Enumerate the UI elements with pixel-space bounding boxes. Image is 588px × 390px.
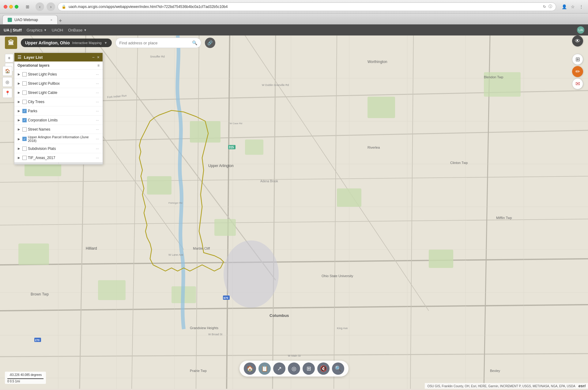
checkbox-tif-areas[interactable] (22, 156, 27, 160)
layer-item-subdivision-plats[interactable]: ▶ Subdivision Plats ··· (14, 144, 103, 153)
new-tab-button[interactable]: + (59, 18, 62, 24)
layer-item-parcel-info[interactable]: ▶ Upper Arlington Parcel Information (Ju… (14, 134, 103, 144)
svg-text:Ohio State University: Ohio State University (322, 274, 353, 278)
contact-button[interactable]: ✉ (572, 78, 583, 89)
user-avatar[interactable]: UA (577, 26, 584, 34)
layer-item-parks[interactable]: ▶ Parks ··· (14, 106, 103, 116)
layer-menu-8[interactable]: ··· (95, 146, 100, 151)
layer-panel-title: Layer List (24, 55, 43, 60)
edit-tool-button[interactable]: ✏ (572, 66, 583, 77)
layer-item-city-trees[interactable]: ▶ City Trees ··· (14, 97, 103, 106)
grid-tool-button[interactable]: ⊞ (303, 362, 315, 375)
layer-menu-7[interactable]: ··· (95, 136, 100, 142)
fullscreen-dot[interactable] (15, 5, 18, 9)
select-tool-button[interactable]: ◎ (288, 362, 300, 375)
layer-menu-9[interactable]: ··· (95, 155, 100, 161)
layer-menu-0[interactable]: ··· (95, 72, 100, 77)
zoom-in-button[interactable]: + (5, 54, 13, 62)
layer-item-street-light-poles[interactable]: ▶ Street Light Poles ··· (14, 70, 103, 79)
share-link-button[interactable]: 🔗 (205, 38, 215, 48)
expand-arrow-6[interactable]: ▶ (17, 128, 21, 131)
checkbox-subdivision-plats[interactable] (22, 147, 27, 151)
expand-arrow-8[interactable]: ▶ (17, 147, 21, 150)
layer-item-corporation-limits[interactable]: ▶ Corporation Limits ··· (14, 116, 103, 125)
map-header: 🏛 Upper Arlington, Ohio Interactive Mapp… (0, 35, 588, 50)
filter-icon[interactable]: ≡ (97, 63, 100, 68)
locate-button[interactable]: ◎ (2, 77, 12, 87)
layer-panel-close-button[interactable]: × (97, 55, 100, 60)
attribution-bar: OSU GIS, Franklin County, OH, Esri, HERE… (425, 383, 588, 389)
layer-menu-4[interactable]: ··· (95, 108, 100, 114)
svg-rect-40 (368, 97, 395, 118)
right-tools: ⊞ ✏ ✉ 👁 (572, 54, 583, 89)
layer-item-street-light-cable[interactable]: ▶ Street Light Cable ··· (14, 88, 103, 97)
bookmark-icon[interactable]: ☆ (570, 4, 576, 10)
checkbox-parks[interactable] (22, 109, 27, 113)
expand-arrow-2[interactable]: ▶ (17, 91, 21, 94)
expand-arrow-9[interactable]: ▶ (17, 156, 21, 159)
layer-menu-1[interactable]: ··· (95, 81, 100, 86)
layer-item-street-names[interactable]: ▶ Street Names ··· (14, 125, 103, 134)
reload-icon[interactable]: ↻ (543, 5, 546, 9)
uaoh-link[interactable]: UAOH (52, 28, 63, 32)
layer-item-street-light-pullbox[interactable]: ▶ Street Light Pullbox ··· (14, 79, 103, 88)
title-dropdown-button[interactable]: ▼ (104, 41, 107, 45)
layer-item-tif-areas[interactable]: ▶ TIF_Areas_2017 ··· (14, 153, 103, 162)
attribution-text: OSU GIS, Franklin County, OH, Esri, HERE… (427, 384, 575, 388)
svg-rect-38 (190, 121, 221, 143)
svg-text:King Ave: King Ave (337, 327, 348, 330)
info-icon[interactable]: ⓘ (548, 4, 552, 9)
expand-arrow-4[interactable]: ▶ (17, 109, 21, 113)
checkbox-city-trees[interactable] (22, 100, 27, 104)
expand-arrow-0[interactable]: ▶ (17, 72, 21, 76)
checkbox-street-light-cable[interactable] (22, 91, 27, 95)
layer-menu-2[interactable]: ··· (95, 90, 100, 95)
app-bar-right: UA (577, 26, 584, 34)
checkbox-parcel-info[interactable] (22, 137, 27, 141)
checkbox-street-light-poles[interactable] (22, 72, 27, 76)
close-dot[interactable] (4, 5, 7, 9)
profile-icon[interactable]: 👤 (561, 4, 567, 10)
section-header-label: Operational layers (17, 63, 50, 68)
grid-icon[interactable]: ⊞ (23, 2, 32, 11)
active-tab[interactable]: UAO Webmap × (2, 15, 58, 24)
hide-layers-button[interactable]: 👁 (572, 35, 583, 46)
panel-resize-handle[interactable]: ⋮ (14, 162, 103, 164)
more-icon[interactable]: ⋮ (578, 4, 584, 10)
svg-text:W Lane Ave: W Lane Ave (168, 253, 183, 256)
location-button[interactable]: 📍 (2, 88, 12, 98)
search-input[interactable] (119, 41, 190, 45)
mute-tool-button[interactable]: 🔇 (317, 362, 330, 375)
expand-arrow-5[interactable]: ▶ (17, 118, 21, 122)
svg-text:Hilliard: Hilliard (86, 246, 97, 251)
checkbox-corporation-limits[interactable] (22, 118, 27, 122)
layers-tool-button[interactable]: 📋 (258, 362, 271, 375)
search-tool-button[interactable]: 🔍 (332, 362, 344, 375)
expand-arrow-7[interactable]: ▶ (17, 137, 21, 141)
layer-menu-5[interactable]: ··· (95, 117, 100, 123)
forward-button[interactable]: › (47, 2, 55, 11)
onbase-link[interactable]: OnBase ▼ (68, 28, 87, 32)
expand-arrow-1[interactable]: ▶ (17, 82, 21, 85)
checkbox-street-names[interactable] (22, 127, 27, 132)
home-tool-button[interactable]: 🏠 (244, 362, 256, 375)
tab-favicon (8, 18, 12, 22)
graphics-link[interactable]: Graphics ▼ (27, 28, 47, 32)
tab-close-button[interactable]: × (51, 18, 52, 22)
onbase-chevron: ▼ (84, 28, 87, 32)
layer-menu-3[interactable]: ··· (95, 99, 100, 105)
search-submit-button[interactable]: 🔍 (192, 40, 197, 45)
scale-label: 0 0.5 1mi (7, 378, 43, 383)
minimize-dot[interactable] (9, 5, 13, 9)
svg-rect-39 (245, 139, 263, 155)
checkbox-street-light-pullbox[interactable] (22, 81, 27, 86)
directions-tool-button[interactable]: ↗ (273, 362, 285, 375)
layer-panel-minimize-button[interactable]: − (92, 55, 95, 60)
expand-arrow-3[interactable]: ▶ (17, 100, 21, 103)
home-view-button[interactable]: 🏠 (2, 66, 12, 76)
back-button[interactable]: ‹ (36, 2, 44, 11)
svg-rect-37 (147, 176, 172, 195)
search-bar[interactable]: 🔍 (115, 38, 201, 48)
basemap-gallery-button[interactable]: ⊞ (572, 54, 583, 65)
layer-menu-6[interactable]: ··· (95, 127, 100, 132)
